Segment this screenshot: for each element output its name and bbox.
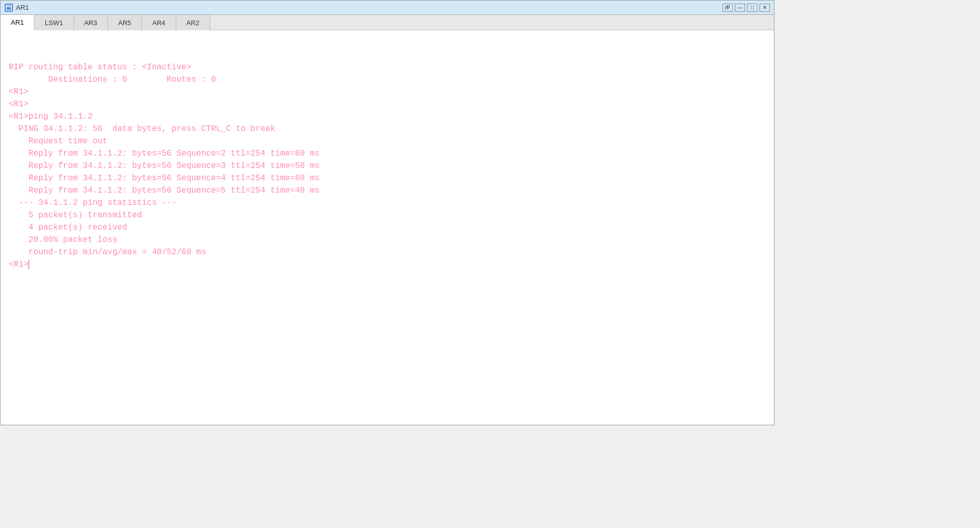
terminal-line: PING 34.1.1.2: 56 data bytes, press CTRL… (9, 123, 766, 135)
tab-AR5[interactable]: AR5 (108, 15, 142, 30)
terminal-line: Reply from 34.1.1.2: bytes=56 Sequence=3… (9, 160, 766, 172)
maximize-button[interactable]: □ (747, 4, 757, 12)
terminal-line: Reply from 34.1.1.2: bytes=56 Sequence=5… (9, 184, 766, 197)
terminal-line: round-trip min/avg/max = 40/52/60 ms (9, 246, 766, 258)
tab-AR3[interactable]: AR3 (74, 15, 108, 30)
terminal-line: RIP routing table status : <Inactive> (9, 61, 766, 73)
window-icon (5, 4, 13, 12)
terminal-line: 5 packet(s) transmitted (9, 209, 766, 221)
terminal-line: Reply from 34.1.1.2: bytes=56 Sequence=4… (9, 172, 766, 184)
terminal-line: <R1>ping 34.1.1.2 (9, 110, 766, 123)
window-title: AR1 (16, 4, 29, 11)
terminal-line: Destinations : 0 Routes : 0 (9, 73, 766, 86)
tab-AR2[interactable]: AR2 (176, 15, 210, 30)
restore-button[interactable]: 🗗 (723, 4, 733, 12)
terminal-line: Request time out (9, 135, 766, 147)
tab-AR4[interactable]: AR4 (142, 15, 176, 30)
main-window: AR1 🗗 — □ ✕ AR1 LSW1 AR3 AR5 AR4 AR2 RIP… (0, 0, 774, 425)
terminal-output[interactable]: RIP routing table status : <Inactive> De… (1, 30, 774, 425)
titlebar: AR1 🗗 — □ ✕ (1, 1, 774, 15)
tab-LSW1[interactable]: LSW1 (34, 15, 73, 30)
tab-AR1[interactable]: AR1 (1, 15, 34, 30)
close-button[interactable]: ✕ (760, 4, 770, 12)
terminal-line: 20.00% packet loss (9, 234, 766, 246)
window-controls: 🗗 — □ ✕ (723, 4, 770, 12)
svg-rect-0 (6, 5, 11, 10)
titlebar-left: AR1 (5, 4, 29, 12)
terminal-line: <R1> (9, 86, 766, 98)
terminal-cursor (28, 260, 29, 269)
minimize-button[interactable]: — (735, 4, 745, 12)
tab-bar: AR1 LSW1 AR3 AR5 AR4 AR2 (1, 15, 774, 30)
terminal-line: 4 packet(s) received (9, 221, 766, 234)
terminal-line: Reply from 34.1.1.2: bytes=56 Sequence=2… (9, 147, 766, 160)
terminal-line: --- 34.1.1.2 ping statistics --- (9, 197, 766, 209)
terminal-line: <R1> (9, 98, 766, 110)
terminal-line: <R1> (9, 258, 766, 271)
